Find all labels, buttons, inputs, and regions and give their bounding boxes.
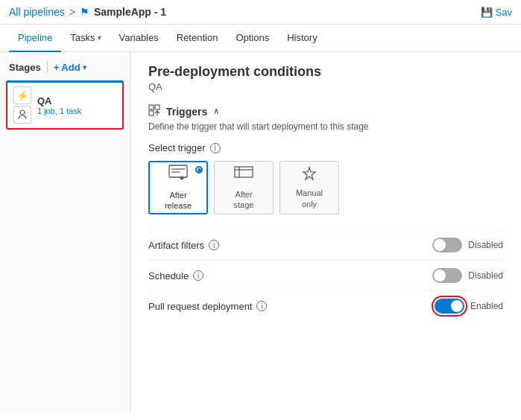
tab-pipeline[interactable]: Pipeline bbox=[9, 25, 61, 52]
add-label: + Add bbox=[54, 62, 80, 73]
breadcrumb-separator: > bbox=[69, 6, 75, 18]
triggers-description: Define the trigger that will start deplo… bbox=[148, 121, 503, 132]
tab-options[interactable]: Options bbox=[227, 25, 278, 52]
tab-retention[interactable]: Retention bbox=[168, 25, 227, 52]
svg-rect-1 bbox=[149, 105, 154, 109]
select-trigger-label: Select trigger i bbox=[148, 142, 503, 153]
stage-person-icon bbox=[13, 106, 31, 124]
schedule-toggle[interactable] bbox=[432, 268, 462, 283]
sidebar: Stages + Add ▾ ⚡ QA 1 job, 1 task bbox=[0, 52, 130, 413]
pull-request-toggle-right: Enabled bbox=[435, 299, 503, 314]
save-label: Sav bbox=[496, 7, 512, 18]
schedule-toggle-right: Disabled bbox=[432, 268, 503, 283]
add-button[interactable]: + Add ▾ bbox=[54, 62, 86, 73]
page-title: Pre-deployment conditions bbox=[148, 64, 503, 80]
stage-icons: ⚡ bbox=[13, 86, 31, 124]
stage-meta: 1 job, 1 task bbox=[37, 106, 81, 115]
tab-variables[interactable]: Variables bbox=[110, 25, 168, 52]
tasks-dropdown-arrow: ▾ bbox=[98, 34, 101, 42]
content-area: Pre-deployment conditions QA Triggers ∧ … bbox=[130, 52, 521, 413]
svg-rect-7 bbox=[235, 167, 253, 177]
stage-card-qa[interactable]: ⚡ QA 1 job, 1 task bbox=[6, 80, 124, 130]
sidebar-divider bbox=[47, 61, 48, 73]
main-layout: Stages + Add ▾ ⚡ QA 1 job, 1 task bbox=[0, 52, 521, 413]
trigger-option-after-stage[interactable]: Afterstage bbox=[214, 161, 274, 214]
svg-rect-2 bbox=[155, 105, 160, 109]
after-release-icon bbox=[168, 165, 188, 187]
page-subtitle: QA bbox=[148, 81, 503, 92]
pipeline-title: SampleApp - 1 bbox=[94, 6, 166, 18]
stage-info: QA 1 job, 1 task bbox=[37, 95, 81, 115]
all-pipelines-link[interactable]: All pipelines bbox=[9, 6, 65, 18]
pull-request-deployment-row: Pull request deployment i Enabled bbox=[148, 290, 503, 321]
trigger-options: Afterrelease Afterstage bbox=[148, 161, 503, 214]
pull-request-toggle[interactable] bbox=[435, 299, 464, 314]
svg-rect-4 bbox=[169, 165, 187, 177]
pull-request-status: Enabled bbox=[470, 301, 503, 311]
triggers-label: Triggers bbox=[166, 106, 207, 118]
stages-label: Stages bbox=[9, 62, 41, 73]
sidebar-header: Stages + Add ▾ bbox=[6, 61, 124, 73]
after-stage-label: Afterstage bbox=[234, 189, 254, 211]
stage-name: QA bbox=[37, 95, 81, 106]
section-triggers-header: Triggers ∧ bbox=[148, 104, 503, 118]
radio-after-release bbox=[195, 166, 203, 174]
pull-request-info-icon[interactable]: i bbox=[256, 301, 267, 311]
top-bar: All pipelines > ⚑ SampleApp - 1 💾 Sav bbox=[0, 0, 521, 25]
trigger-option-after-release[interactable]: Afterrelease bbox=[148, 161, 208, 214]
add-dropdown-arrow: ▾ bbox=[83, 63, 86, 71]
nav-tabs: Pipeline Tasks ▾ Variables Retention Opt… bbox=[0, 25, 521, 52]
schedule-status: Disabled bbox=[468, 270, 503, 281]
pull-request-label: Pull request deployment i bbox=[148, 301, 267, 312]
save-button[interactable]: 💾 Sav bbox=[481, 7, 512, 18]
tab-tasks[interactable]: Tasks ▾ bbox=[61, 25, 110, 52]
manual-only-label: Manualonly bbox=[296, 188, 323, 209]
trigger-option-manual-only[interactable]: Manualonly bbox=[280, 161, 339, 214]
artifact-filters-toggle[interactable] bbox=[432, 238, 462, 252]
after-stage-icon bbox=[234, 165, 253, 186]
breadcrumb: All pipelines > ⚑ SampleApp - 1 bbox=[9, 6, 166, 18]
artifact-filters-toggle-right: Disabled bbox=[432, 238, 503, 252]
artifact-filters-status: Disabled bbox=[468, 240, 503, 250]
manual-only-icon bbox=[301, 166, 318, 185]
tab-history[interactable]: History bbox=[278, 25, 326, 52]
schedule-label: Schedule i bbox=[148, 270, 203, 281]
collapse-icon[interactable]: ∧ bbox=[213, 106, 219, 116]
artifact-filters-info-icon[interactable]: i bbox=[209, 240, 219, 250]
artifact-filters-label: Artifact filters i bbox=[148, 240, 219, 251]
triggers-icon bbox=[148, 104, 160, 118]
pipeline-icon: ⚑ bbox=[80, 6, 89, 18]
svg-rect-3 bbox=[149, 111, 154, 115]
after-release-label: Afterrelease bbox=[165, 190, 192, 211]
schedule-info-icon[interactable]: i bbox=[193, 270, 203, 281]
stage-trigger-icon: ⚡ bbox=[13, 86, 31, 104]
select-trigger-info-icon[interactable]: i bbox=[210, 143, 221, 153]
save-icon: 💾 bbox=[481, 7, 493, 18]
svg-point-0 bbox=[20, 110, 25, 115]
artifact-filters-row: Artifact filters i Disabled bbox=[148, 229, 503, 260]
schedule-row: Schedule i Disabled bbox=[148, 260, 503, 290]
